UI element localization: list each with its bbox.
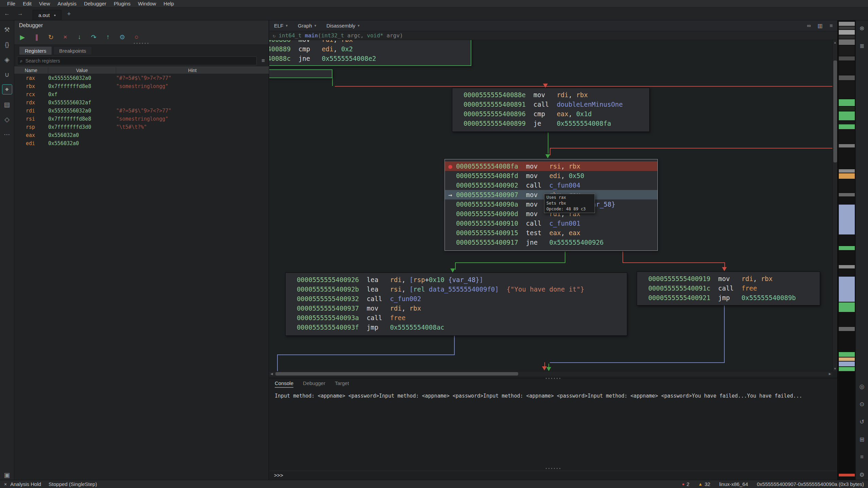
register-row[interactable]: rsi0x7fffffffd8e8"somestringlongg" [14,115,269,123]
feature-map[interactable] [837,20,855,480]
plugins-icon[interactable]: ∪ [2,69,12,80]
menu-help[interactable]: Help [160,0,178,7]
console-icon[interactable]: ▣ [2,470,12,480]
column-header-name[interactable]: Name [14,67,48,74]
step-over-button[interactable]: ↷ [88,32,99,42]
disasm-line[interactable]: 0000555555400910 callc_fun001 [445,219,657,228]
split-view-icon[interactable]: ▥ [818,22,823,29]
disasm-line[interactable]: 0000555555400932 callc_fun002 [286,294,627,303]
disasm-line[interactable]: 000055555540088c jne0x5555554008e2 [269,54,471,63]
dropdown-graph[interactable]: Graph▾ [298,23,316,29]
disasm-line[interactable]: 0000555555400886 movrdi, rbx [269,40,471,44]
tools-icon[interactable]: ⚒ [2,24,12,35]
register-row[interactable]: rdi0x5555556032a0"#?=5#$\"9>7<?>77" [14,107,269,115]
register-list-menu-icon[interactable]: ≡ [259,57,267,64]
kill-button[interactable]: × [60,32,71,42]
disasm-line[interactable]: 0000555555400899 je0x5555554008fa [452,119,649,128]
panel-resize-handle[interactable] [134,43,149,44]
warning-indicator[interactable]: ▲ 32 [698,481,710,487]
register-search-box[interactable]: ⌕ [17,56,257,65]
analysis-hold-icon[interactable]: × [4,482,7,487]
debugger-settings-button[interactable]: ⚙ [117,32,128,42]
register-row[interactable]: rcx0xf [14,90,269,99]
scroll-right-icon[interactable]: ▶ [828,371,832,376]
nav-back-icon[interactable]: ← [4,10,10,17]
menu-file[interactable]: File [3,0,19,7]
disasm-line[interactable]: 0000555555400902 callc_fun004 [445,180,657,190]
menu-view[interactable]: View [35,0,54,7]
nav-forward-icon[interactable]: → [17,10,23,17]
disasm-line[interactable]: 0000555555400915 testeax, eax [445,228,657,238]
history-icon[interactable]: ↺ [857,417,867,427]
sidebar-settings-icon[interactable]: ⚙ [857,470,867,480]
tab-close-icon[interactable]: ● [54,13,56,17]
error-indicator[interactable]: ● 2 [682,481,689,487]
layers-icon[interactable]: ≣ [857,41,867,51]
memory-map-icon[interactable]: ▤ [2,99,12,109]
disasm-line[interactable]: 000055555540091c callfree [637,283,820,293]
resume-button[interactable]: ▶ [17,32,28,42]
disasm-line[interactable]: 0000555555400917 jne0x555555400926 [445,238,657,247]
disasm-line[interactable]: ●00005555554008fa movrsi, rbx [445,161,657,171]
function-nav-icon[interactable]: ↻ [273,33,275,38]
console-prompt-row[interactable]: >>> [269,471,837,480]
horizontal-scrollbar[interactable]: ◀ ▶ [269,371,832,376]
console-tab-target[interactable]: Target [335,380,349,388]
vertical-scrollbar-thumb[interactable] [833,60,837,162]
disasm-line[interactable]: 00005555554008fd movedi, 0x50 [445,171,657,180]
tab-breakpoints[interactable]: Breakpoints [53,46,92,55]
restart-button[interactable]: ↻ [46,32,56,42]
disasm-line[interactable]: 0000555555400919 movrdi, rbx [637,274,820,283]
disasm-line[interactable]: 000055555540093f jmp0x5555554008ac [286,323,627,332]
find-icon[interactable]: ⊙ [857,399,867,409]
tab-a-out[interactable]: a.out ● [33,10,61,20]
column-header-value[interactable]: Value [48,67,116,74]
debugger-icon[interactable]: ⌖ [2,84,12,94]
scroll-left-icon[interactable]: ◀ [269,371,274,376]
disasm-line[interactable]: 0000555555400921 jmp0x55555540089b [637,293,820,302]
stack-view-icon[interactable]: ≡ [857,452,867,462]
disasm-line[interactable]: 0000555555400937 movrdi, rbx [286,303,627,313]
menu-plugins[interactable]: Plugins [110,0,134,7]
graph-icon[interactable]: ◇ [2,114,12,124]
disasm-line[interactable]: 000055555540088e movrdi, rbx [452,90,649,100]
pause-button[interactable]: ∥ [31,32,42,42]
console-tab-debugger[interactable]: Debugger [303,380,325,388]
disasm-line[interactable]: 000055555540093a callfree [286,313,627,323]
menu-analysis[interactable]: Analysis [54,0,80,7]
link-icon[interactable]: ∞ [807,23,811,29]
scroll-down-icon[interactable]: ▼ [833,366,837,371]
register-row[interactable]: rdx0x5555556032af [14,99,269,107]
vertical-scrollbar[interactable]: ▲ ▼ [832,40,837,371]
horizontal-scrollbar-thumb[interactable] [275,372,518,376]
prompt-resize-handle[interactable] [546,468,561,469]
disasm-line[interactable]: 0000555555400896 cmpeax, 0x1d [452,109,649,119]
register-row[interactable]: rax0x5555556032a0"#?=5#$\"9>7<?>77" [14,74,269,82]
console-tab-console[interactable]: Console [275,380,293,388]
more-panels-icon[interactable]: ⋯ [2,129,12,139]
graph-node-partial[interactable] [269,69,332,78]
disasm-line[interactable]: 0000555555400889 cmpedi, 0x2 [269,44,471,54]
analysis-hold-label[interactable]: Analysis Hold [10,481,41,487]
close-pane-icon[interactable]: ⊗ [857,23,867,33]
search-input[interactable] [25,58,254,64]
step-return-button[interactable]: ↑ [103,32,113,42]
register-row[interactable]: rbx0x7fffffffd8e8"somestringlongg" [14,82,269,90]
graph-canvas[interactable]: Uses rax Sets rbx Opcode: 48 89 c3 00005… [269,40,832,371]
register-row[interactable]: edi0x556032a0 [14,139,269,147]
scroll-up-icon[interactable]: ▲ [833,40,837,45]
record-button[interactable]: ○ [131,32,142,42]
register-row[interactable]: rsp0x7fffffffd3d0"\t5#\t?%" [14,123,269,131]
disasm-line[interactable]: 0000555555400891 calldoubleLenMinusOne [452,100,649,109]
step-into-button[interactable]: ↓ [74,32,85,42]
pane-menu-icon[interactable]: ≡ [830,23,833,29]
component-grid-icon[interactable]: ⊞ [857,434,867,445]
types-icon[interactable]: {} [2,39,12,50]
tab-registers[interactable]: Registers [19,46,52,55]
register-row[interactable]: eax0x556032a0 [14,131,269,139]
disasm-line[interactable]: 000055555540092b learsi, [rel data_55555… [286,284,627,294]
menu-window[interactable]: Window [134,0,160,7]
console-resize-handle[interactable] [546,378,561,379]
menu-debugger[interactable]: Debugger [80,0,110,7]
new-tab-button[interactable]: + [61,10,76,18]
